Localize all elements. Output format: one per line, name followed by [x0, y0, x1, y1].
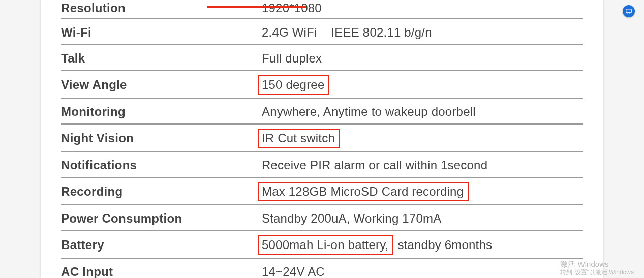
- spec-label: Monitoring: [61, 105, 262, 119]
- table-row: Recording Max 128GB MicroSD Card recordi…: [61, 178, 583, 205]
- spec-value: 150 degree: [262, 75, 583, 95]
- table-row: Night Vision IR Cut switch: [61, 125, 583, 152]
- spec-value-suffix: standby 6months: [393, 238, 492, 252]
- spec-label: AC Input: [61, 265, 262, 279]
- spec-value-highlight: 150 degree: [258, 75, 329, 95]
- spec-value: 1920*1080: [262, 1, 583, 15]
- spec-value-text: 14~24V AC: [262, 265, 325, 279]
- spec-label: Power Consumption: [61, 211, 262, 226]
- spec-label: Night Vision: [61, 131, 262, 145]
- table-row: Monitoring Anywhere, Anytime to wakeup d…: [61, 99, 583, 125]
- spec-value: 14~24V AC: [262, 265, 583, 279]
- table-row: Resolution 1920*1080: [61, 0, 583, 19]
- spec-value-text: 1920*1080: [262, 1, 322, 15]
- chat-icon: [625, 8, 632, 15]
- spec-label: Battery: [61, 238, 262, 252]
- table-row: Power Consumption Standby 200uA, Working…: [61, 205, 583, 231]
- spec-value-text: Standby 200uA, Working 170mA: [262, 211, 441, 226]
- table-row: Talk Full duplex: [61, 45, 583, 71]
- spec-value-text: Receive PIR alarm or call within 1second: [262, 158, 487, 172]
- spec-value-text: Full duplex: [262, 51, 322, 66]
- spec-label: Recording: [61, 184, 262, 199]
- spec-value-text: Anywhere, Anytime to wakeup doorbell: [262, 105, 476, 119]
- table-row: Battery 5000mah Li-on battery, standby 6…: [61, 231, 583, 259]
- spec-table: Resolution 1920*1080 Wi-Fi 2.4G WiFi IEE…: [61, 0, 583, 278]
- spec-value-highlight: IR Cut switch: [258, 129, 340, 148]
- spec-value: Max 128GB MicroSD Card recording: [262, 182, 583, 201]
- spec-value: Anywhere, Anytime to wakeup doorbell: [262, 105, 583, 119]
- spec-value: Receive PIR alarm or call within 1second: [262, 158, 583, 172]
- spec-value: Standby 200uA, Working 170mA: [262, 211, 583, 226]
- spec-label: View Angle: [61, 78, 262, 92]
- spec-label: Talk: [61, 51, 262, 66]
- table-row: AC Input 14~24V AC: [61, 259, 583, 278]
- document-page: Resolution 1920*1080 Wi-Fi 2.4G WiFi IEE…: [41, 0, 603, 278]
- spec-value-highlight: Max 128GB MicroSD Card recording: [258, 182, 469, 201]
- spec-value: 2.4G WiFi IEEE 802.11 b/g/n: [262, 25, 583, 40]
- table-row: Notifications Receive PIR alarm or call …: [61, 152, 583, 178]
- spec-value-highlight: 5000mah Li-on battery,: [258, 235, 393, 255]
- spec-label: Wi-Fi: [61, 25, 262, 40]
- spec-value: Full duplex: [262, 51, 583, 66]
- spec-value: IR Cut switch: [262, 129, 583, 148]
- spec-label: Notifications: [61, 158, 262, 172]
- svg-rect-0: [626, 9, 632, 13]
- spec-value-extra: IEEE 802.11 b/g/n: [331, 25, 432, 40]
- table-row: View Angle 150 degree: [61, 71, 583, 99]
- table-row: Wi-Fi 2.4G WiFi IEEE 802.11 b/g/n: [61, 19, 583, 45]
- spec-value-text: 2.4G WiFi: [262, 25, 317, 40]
- spec-label: Resolution: [61, 1, 262, 15]
- red-underline: [207, 6, 306, 8]
- spec-value: 5000mah Li-on battery, standby 6months: [262, 235, 583, 255]
- assistant-float-icon[interactable]: [623, 5, 635, 17]
